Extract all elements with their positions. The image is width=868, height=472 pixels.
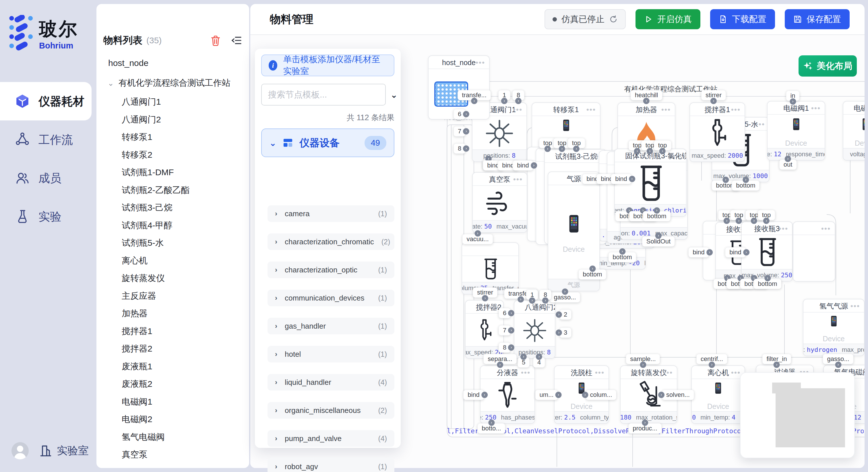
port-connector-icon[interactable]: › (501, 98, 507, 104)
port-bind[interactable]: bind› (513, 160, 533, 171)
sidebar-item-仪器耗材[interactable]: 仪器耗材 (0, 82, 92, 121)
port-top[interactable]: top› (730, 210, 748, 220)
port-connector-icon[interactable]: › (724, 217, 730, 224)
port-8[interactable]: 8› (513, 90, 524, 100)
port-connector-icon[interactable]: › (542, 297, 549, 304)
port-stirrer[interactable]: stirrer› (701, 90, 726, 100)
node-menu-icon[interactable]: ••• (663, 366, 673, 379)
chevron-down-icon[interactable]: ⌄ (391, 90, 398, 100)
port-connector-icon[interactable]: › (709, 362, 715, 368)
tree-item-转移泵2[interactable]: 转移泵2 (122, 149, 152, 161)
download-config-button[interactable]: 下载配置 (710, 9, 775, 29)
tree-item-试剂瓶4-甲醇[interactable]: 试剂瓶4-甲醇 (122, 220, 173, 231)
port-sample...[interactable]: sample...› (626, 354, 660, 364)
port-connector-icon[interactable]: › (634, 148, 640, 154)
simulation-status-pill[interactable]: 仿真已停止 (545, 9, 626, 29)
avatar[interactable] (11, 442, 29, 460)
beautify-layout-button[interactable]: 美化布局 (799, 55, 857, 76)
tree-item-氢气电磁阀[interactable]: 氢气电磁阀 (122, 431, 165, 443)
port-botto...[interactable]: botto...› (477, 423, 505, 434)
port-connector-icon[interactable]: › (589, 266, 596, 272)
port-connector-icon[interactable]: › (559, 146, 565, 152)
search-input[interactable] (261, 84, 386, 105)
sidebar-item-工作流[interactable]: 工作流 (0, 121, 95, 159)
tree-item-搅拌器1[interactable]: 搅拌器1 (122, 326, 152, 337)
port-bottom[interactable]: bottom› (753, 279, 781, 289)
node-menu-icon[interactable]: ••• (490, 301, 499, 314)
port-connector-icon[interactable]: › (710, 98, 717, 104)
category-characterization_chromatic[interactable]: ›characterization_chromatic(2) (268, 233, 394, 250)
category-robot_agv[interactable]: ›robot_agv(1) (268, 458, 394, 472)
port-top[interactable]: top› (568, 138, 585, 148)
port-1[interactable]: 1› (526, 290, 538, 300)
sidebar-item-成员[interactable]: 成员 (0, 159, 95, 197)
port-bottom[interactable]: bottom› (643, 211, 671, 222)
port-3[interactable]: 3› (559, 328, 571, 338)
port-connector-icon[interactable]: › (463, 128, 469, 134)
port-filter_in[interactable]: filter_in› (763, 354, 792, 364)
port-bind[interactable]: bind› (463, 390, 484, 400)
port-connector-icon[interactable]: › (654, 207, 660, 214)
port-connector-icon[interactable]: › (743, 249, 749, 256)
port-connector-icon[interactable]: › (471, 98, 477, 104)
port-bind[interactable]: bind› (611, 174, 631, 184)
port-8[interactable]: 8› (539, 290, 551, 300)
port-connector-icon[interactable]: › (751, 217, 757, 224)
tree-item-旋转蒸发仪[interactable]: 旋转蒸发仪 (122, 272, 165, 284)
node-menu-icon[interactable]: ••• (755, 117, 765, 131)
node-menu-icon[interactable]: ••• (661, 103, 671, 116)
tree-item-八通阀门2[interactable]: 八通阀门2 (122, 114, 161, 126)
port-um...[interactable]: um...› (535, 390, 558, 400)
port-connector-icon[interactable]: › (736, 217, 742, 224)
port-8[interactable]: 8› (499, 342, 510, 353)
port-connector-icon[interactable]: › (520, 353, 527, 360)
node-menu-icon[interactable]: ••• (811, 102, 820, 115)
port-out[interactable]: out› (779, 160, 797, 170)
port-connector-icon[interactable]: › (488, 419, 495, 426)
tree-item-真空泵[interactable]: 真空泵 (122, 449, 148, 461)
tree-item-搅拌器2[interactable]: 搅拌器2 (122, 343, 152, 355)
tree-item-host-node[interactable]: host_node (108, 58, 148, 68)
port-connector-icon[interactable]: › (556, 330, 562, 336)
node-八通阀门2[interactable]: 八通阀门2•••positions: 8 (514, 300, 555, 359)
port-connector-icon[interactable]: › (658, 392, 664, 398)
port-connector-icon[interactable]: › (743, 177, 749, 183)
port-gasso...[interactable]: gasso...› (823, 354, 854, 364)
sidebar-item-实验[interactable]: 实验 (0, 197, 95, 236)
node-menu-icon[interactable]: ••• (731, 103, 741, 116)
port-connector-icon[interactable]: › (562, 289, 568, 295)
node-分液器[interactable]: 分液器•••volume: 250has_phases: true (480, 365, 535, 424)
tree-item-workstation[interactable]: ⌄有机化学流程综合测试工作站 (107, 77, 230, 89)
port-top[interactable]: top› (654, 140, 671, 150)
port-vacuu...[interactable]: vacuu...› (462, 234, 493, 244)
node-menu-icon[interactable]: ••• (673, 149, 682, 162)
node-ghost[interactable]: ••• (793, 222, 835, 281)
port-connector-icon[interactable]: › (619, 248, 625, 255)
port-bottom[interactable]: bottom› (732, 180, 760, 191)
port-connector-icon[interactable]: › (789, 98, 796, 105)
category-liquid_handler[interactable]: ›liquid_handler(4) (268, 374, 394, 391)
port-4[interactable]: 4› (533, 357, 545, 368)
sidebar-item-lab[interactable]: 实验室 (39, 444, 89, 458)
node-ghost[interactable]: max_volume: 25transfer_rate: 10 (462, 242, 519, 295)
port-connector-icon[interactable]: › (647, 148, 653, 154)
port-bind[interactable]: bind› (725, 247, 746, 258)
port-connector-icon[interactable]: › (655, 233, 662, 239)
port-colum...[interactable]: colum...› (586, 390, 616, 400)
tree-item-试剂瓶2-乙酸乙酯[interactable]: 试剂瓶2-乙酸乙酯 (122, 184, 190, 196)
node-menu-icon[interactable]: ••• (586, 103, 596, 116)
tree-item-主反应器[interactable]: 主反应器 (122, 290, 156, 302)
node-menu-icon[interactable]: ••• (521, 366, 530, 379)
port-solven...[interactable]: solven...› (662, 390, 694, 400)
node-menu-icon[interactable]: ••• (595, 366, 604, 379)
node-menu-icon[interactable]: ••• (854, 365, 863, 378)
save-config-button[interactable]: 保存配置 (785, 9, 849, 29)
port-gasso...[interactable]: gasso...› (549, 292, 580, 303)
port-connector-icon[interactable]: › (643, 98, 650, 104)
port-1[interactable]: 1› (498, 90, 510, 100)
node-menu-icon[interactable]: ••• (513, 173, 523, 186)
node-menu-icon[interactable]: ••• (779, 222, 788, 235)
port-5[interactable]: 5› (518, 357, 530, 368)
tree-item-加热器[interactable]: 加热器 (122, 308, 148, 319)
port-bottom[interactable]: bottom› (578, 269, 606, 279)
